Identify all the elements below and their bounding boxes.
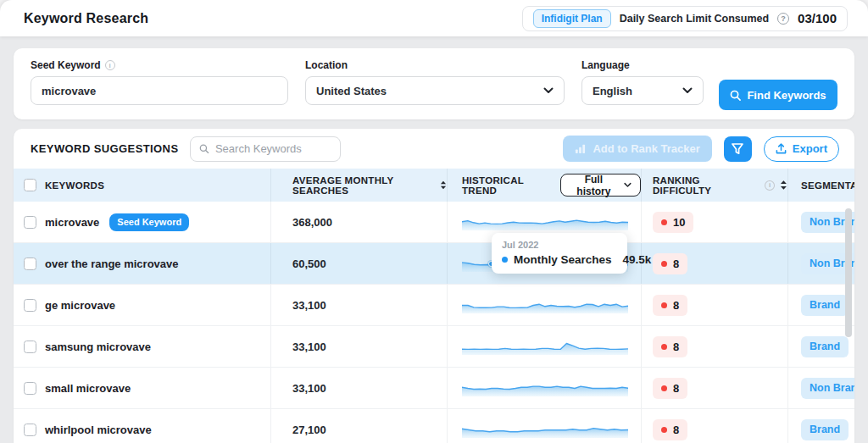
chevron-down-icon bbox=[624, 182, 632, 188]
search-icon bbox=[199, 143, 209, 154]
difficulty-dot-icon bbox=[661, 344, 667, 350]
table-row[interactable]: samsung microvave 33,100 8 Brand bbox=[14, 326, 854, 368]
trend-range-value: Full history bbox=[570, 174, 619, 197]
difficulty-dot-icon bbox=[661, 219, 667, 225]
table-row[interactable]: over the range microvave 60,500 8 Non Br… bbox=[14, 243, 854, 285]
table-row[interactable]: whirlpool microvave 27,100 8 Brand bbox=[14, 409, 854, 443]
series-dot-icon bbox=[502, 257, 508, 263]
difficulty-value: 10 bbox=[673, 216, 685, 229]
table-header-row: KEYWORDS AVERAGE MONTHLY SEARCHES HISTOR… bbox=[14, 169, 854, 202]
difficulty-badge: 8 bbox=[653, 419, 687, 440]
table-row[interactable]: microvave Seed Keyword 368,000 10 Non Br… bbox=[14, 202, 854, 243]
difficulty-dot-icon bbox=[661, 261, 667, 267]
plan-badge[interactable]: Infidigit Plan bbox=[533, 9, 611, 28]
avg-searches-value: 33,100 bbox=[292, 341, 326, 353]
difficulty-badge: 8 bbox=[653, 295, 687, 316]
table-row[interactable]: ge microvave 33,100 8 Brand bbox=[14, 285, 854, 326]
keyword-text: samsung microvave bbox=[45, 341, 151, 353]
language-value: English bbox=[593, 85, 632, 97]
row-checkbox[interactable] bbox=[24, 299, 36, 312]
sort-icon[interactable] bbox=[440, 180, 447, 191]
keyword-text: ge microvave bbox=[45, 299, 115, 312]
location-field: Location United States bbox=[305, 59, 565, 105]
avg-searches-value: 33,100 bbox=[292, 299, 326, 312]
trend-sparkline[interactable] bbox=[462, 338, 628, 355]
difficulty-badge: 8 bbox=[653, 253, 687, 274]
difficulty-badge: 10 bbox=[653, 212, 693, 233]
search-icon bbox=[730, 90, 741, 101]
info-icon[interactable]: i bbox=[765, 180, 775, 191]
sort-icon[interactable] bbox=[780, 180, 787, 191]
avg-searches-value: 60,500 bbox=[292, 257, 326, 270]
difficulty-value: 8 bbox=[673, 382, 679, 395]
table-row[interactable]: small microvave 33,100 8 Non Brand bbox=[14, 368, 854, 409]
row-checkbox[interactable] bbox=[24, 216, 36, 229]
trend-sparkline[interactable] bbox=[462, 421, 628, 438]
rank-tracker-icon bbox=[575, 143, 586, 154]
difficulty-value: 8 bbox=[673, 257, 679, 270]
keyword-search-input[interactable] bbox=[215, 142, 332, 155]
suggestions-title: KEYWORD SUGGESTIONS bbox=[31, 142, 178, 155]
vertical-scrollbar[interactable] bbox=[845, 203, 853, 443]
trend-range-select[interactable]: Full history bbox=[560, 174, 641, 197]
scrollbar-thumb[interactable] bbox=[845, 208, 852, 337]
trend-sparkline[interactable] bbox=[462, 213, 628, 230]
daily-limit-value: 03/100 bbox=[798, 11, 837, 25]
filter-button[interactable] bbox=[724, 136, 752, 162]
col-historical-trend: HISTORICAL TREND bbox=[462, 175, 552, 196]
col-ranking-difficulty: RANKING DIFFICULTY bbox=[653, 175, 760, 196]
search-form: Seed Keyword i Location United States La… bbox=[14, 48, 854, 119]
row-checkbox[interactable] bbox=[24, 424, 36, 436]
add-to-rank-tracker-button[interactable]: Add to Rank Tracker bbox=[563, 136, 711, 162]
avg-searches-value: 27,100 bbox=[292, 424, 326, 436]
toolbar-actions: Add to Rank Tracker Export bbox=[563, 136, 839, 162]
keyword-table: KEYWORDS AVERAGE MONTHLY SEARCHES HISTOR… bbox=[14, 169, 854, 443]
select-all-checkbox[interactable] bbox=[24, 179, 36, 191]
language-field: Language English bbox=[581, 59, 704, 105]
trend-sparkline[interactable] bbox=[462, 379, 628, 396]
seed-keyword-label: Seed Keyword i bbox=[31, 59, 288, 71]
tooltip-value: 49.5k bbox=[623, 253, 652, 266]
trend-tooltip: Jul 2022 Monthly Searches 49.5k bbox=[492, 233, 627, 274]
difficulty-dot-icon bbox=[661, 427, 667, 433]
seed-keyword-badge: Seed Keyword bbox=[109, 213, 189, 231]
find-keywords-button[interactable]: Find Keywords bbox=[719, 80, 837, 110]
language-select[interactable]: English bbox=[581, 76, 704, 105]
keyword-research-app: Keyword Research Infidigit Plan Daily Se… bbox=[0, 0, 868, 443]
row-checkbox[interactable] bbox=[24, 382, 36, 395]
location-label: Location bbox=[305, 59, 565, 71]
language-label: Language bbox=[581, 59, 704, 71]
page-title: Keyword Research bbox=[24, 11, 148, 26]
chevron-down-icon bbox=[682, 87, 693, 94]
difficulty-dot-icon bbox=[661, 302, 667, 308]
keyword-text: whirlpool microvave bbox=[45, 424, 152, 436]
keyword-text: small microvave bbox=[45, 382, 131, 395]
trend-sparkline[interactable] bbox=[462, 296, 628, 313]
find-keywords-label: Find Keywords bbox=[747, 89, 826, 102]
help-icon[interactable]: ? bbox=[777, 13, 789, 25]
export-button[interactable]: Export bbox=[764, 136, 839, 162]
difficulty-value: 8 bbox=[673, 424, 679, 436]
location-select[interactable]: United States bbox=[305, 76, 565, 105]
export-icon bbox=[776, 143, 787, 154]
tooltip-series-label: Monthly Searches bbox=[514, 253, 612, 266]
segmentation-badge: Brand bbox=[801, 419, 849, 440]
difficulty-value: 8 bbox=[673, 341, 679, 353]
difficulty-dot-icon bbox=[661, 385, 667, 391]
add-to-rank-tracker-label: Add to Rank Tracker bbox=[593, 142, 699, 155]
chevron-down-icon bbox=[543, 87, 554, 94]
keyword-text: over the range microvave bbox=[45, 257, 179, 270]
suggestions-toolbar: KEYWORD SUGGESTIONS Add to Rank Tracker … bbox=[14, 129, 854, 169]
info-icon[interactable]: i bbox=[105, 60, 115, 70]
seed-keyword-input[interactable] bbox=[31, 76, 288, 105]
row-checkbox[interactable] bbox=[24, 257, 36, 270]
avg-searches-value: 33,100 bbox=[292, 382, 326, 395]
tooltip-date: Jul 2022 bbox=[502, 240, 617, 250]
col-keywords: KEYWORDS bbox=[45, 180, 104, 191]
filter-icon bbox=[732, 143, 743, 155]
difficulty-value: 8 bbox=[673, 299, 679, 312]
keyword-search-box[interactable] bbox=[190, 136, 341, 162]
row-checkbox[interactable] bbox=[24, 341, 36, 353]
col-segmentation: SEGMENTATION bbox=[801, 180, 854, 191]
keyword-suggestions-panel: KEYWORD SUGGESTIONS Add to Rank Tracker … bbox=[14, 129, 854, 443]
